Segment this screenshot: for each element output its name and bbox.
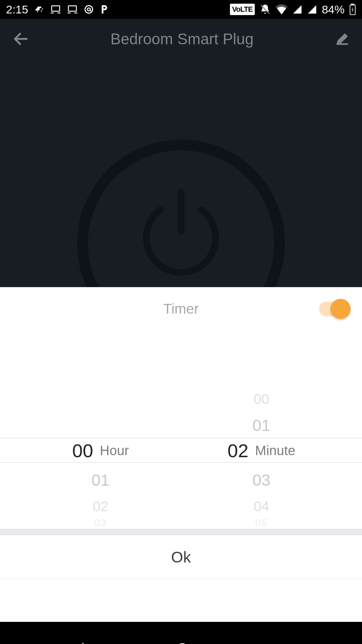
hour-option[interactable]: 03: [20, 517, 181, 528]
minute-option[interactable]: 03: [181, 471, 342, 489]
hour-option[interactable]: 01: [20, 471, 181, 489]
minute-picker[interactable]: 00 01 02 Minute 03 04 05: [181, 331, 342, 529]
device-panel: [0, 59, 362, 287]
timer-sheet: Timer 00 Hour 01 02 03 00 01: [0, 287, 362, 622]
signal-icon: [292, 4, 302, 14]
p-icon: [100, 4, 109, 14]
minute-option[interactable]: 05: [181, 517, 342, 528]
svg-point-6: [85, 6, 93, 13]
volte-icon: VoLTE: [230, 4, 255, 15]
hour-selected[interactable]: 00 Hour: [20, 440, 181, 462]
cast-icon: [50, 5, 61, 14]
wifi-icon: [276, 4, 288, 14]
status-bar: 2:15 VoLTE 84%: [0, 0, 362, 19]
confirm-button[interactable]: Ok: [0, 535, 362, 579]
nav-back-icon[interactable]: [71, 641, 87, 644]
hour-picker[interactable]: 00 Hour 01 02 03: [20, 331, 181, 529]
status-left: 2:15: [6, 3, 109, 16]
android-navbar: [0, 622, 362, 644]
svg-rect-3: [68, 6, 76, 11]
power-icon: [137, 186, 225, 282]
toggle-knob: [330, 299, 351, 319]
at-icon: [84, 4, 94, 14]
minute-option[interactable]: 04: [181, 498, 342, 515]
minute-value: 02: [228, 440, 248, 462]
bell-off-icon: [259, 4, 271, 15]
back-button[interactable]: [12, 30, 29, 48]
battery-charging-icon: [349, 4, 356, 15]
minute-option[interactable]: 01: [181, 416, 342, 435]
svg-rect-11: [351, 4, 354, 5]
spacer: [0, 579, 362, 602]
svg-rect-0: [52, 6, 60, 11]
minute-label: Minute: [255, 443, 295, 458]
timer-toggle[interactable]: [319, 302, 349, 316]
hour-value: 00: [72, 440, 93, 462]
sheet-title: Timer: [163, 301, 199, 317]
sheet-header: Timer: [0, 287, 362, 331]
minute-selected[interactable]: 02 Minute: [181, 440, 342, 462]
slack-icon: [34, 4, 44, 14]
nav-home-icon[interactable]: [175, 642, 190, 644]
app-header: Bedroom Smart Plug: [0, 19, 362, 59]
page-title: Bedroom Smart Plug: [29, 30, 335, 48]
time-picker[interactable]: 00 Hour 01 02 03 00 01 02 Minute 03 04 0…: [0, 331, 362, 529]
nav-recent-icon[interactable]: [278, 643, 291, 644]
minute-option[interactable]: 00: [181, 391, 342, 407]
confirm-label: Ok: [171, 548, 191, 566]
cast-icon: [67, 5, 78, 14]
hour-option[interactable]: 02: [20, 498, 181, 515]
divider: [0, 529, 362, 535]
hour-label: Hour: [100, 443, 129, 458]
status-time: 2:15: [6, 3, 28, 16]
battery-percent: 84%: [322, 3, 345, 16]
edit-button[interactable]: [335, 31, 350, 47]
signal-icon: [307, 4, 317, 14]
status-right: VoLTE 84%: [230, 3, 356, 16]
